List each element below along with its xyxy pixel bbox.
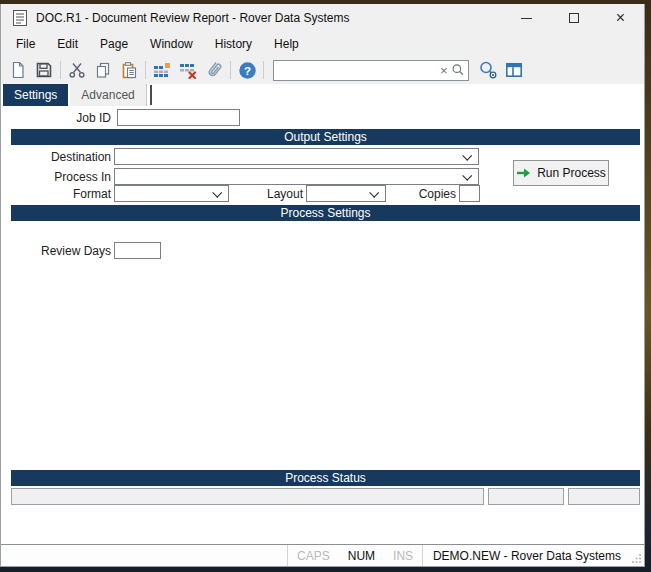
process-status-message-field [11, 488, 484, 505]
copy-button[interactable] [90, 58, 116, 82]
layout-icon [504, 61, 524, 79]
status-bar: CAPS NUM INS DEMO.NEW - Rover Data Syste… [1, 544, 644, 566]
new-document-icon [9, 61, 27, 79]
search-clear-icon[interactable]: × [437, 63, 451, 78]
copies-label: Copies [391, 187, 456, 201]
chevron-down-icon [462, 151, 472, 161]
chevron-down-icon [212, 188, 222, 198]
job-id-input[interactable] [117, 109, 240, 126]
close-icon: × [616, 9, 625, 27]
search-icon[interactable] [451, 62, 465, 78]
paste-icon [120, 61, 138, 79]
toolbar-separator [60, 61, 61, 79]
minimize-button[interactable] [503, 4, 550, 32]
caps-lock-indicator: CAPS [288, 549, 339, 563]
run-process-button[interactable]: Run Process [513, 160, 609, 186]
main-content: Settings Advanced Job ID Output Settings… [1, 84, 644, 544]
job-id-label: Job ID [1, 111, 111, 125]
menu-page[interactable]: Page [89, 34, 139, 54]
process-status-field-2 [488, 488, 564, 505]
delete-rows-icon [178, 61, 198, 79]
svg-text:?: ? [243, 64, 250, 76]
save-button[interactable] [31, 58, 57, 82]
process-status-header: Process Status [11, 470, 640, 486]
maximize-button[interactable] [550, 4, 597, 32]
menu-bar: File Edit Page Window History Help [1, 32, 644, 56]
minimize-icon [521, 18, 532, 19]
review-days-input[interactable] [114, 242, 161, 259]
title-bar[interactable]: DOC.R1 - Document Review Report - Rover … [1, 4, 644, 32]
toolbar-separator [263, 61, 264, 79]
help-icon: ? [238, 61, 257, 80]
cut-button[interactable] [64, 58, 90, 82]
save-icon [35, 61, 53, 79]
layout-dropdown[interactable] [306, 185, 386, 202]
attachment-button[interactable] [201, 58, 227, 82]
tab-advanced[interactable]: Advanced [70, 84, 146, 106]
cut-icon [68, 61, 86, 79]
insert-mode-indicator: INS [384, 549, 422, 563]
close-button[interactable]: × [597, 4, 644, 32]
insert-rows-icon [152, 61, 172, 79]
run-process-label: Run Process [537, 166, 606, 180]
layout-label: Layout [241, 187, 303, 201]
process-status-field-3 [568, 488, 640, 505]
delete-rows-button[interactable] [175, 58, 201, 82]
paste-button[interactable] [116, 58, 142, 82]
tab-strip-divider [150, 85, 152, 105]
format-label: Format [1, 187, 111, 201]
menu-window[interactable]: Window [139, 34, 204, 54]
menu-file[interactable]: File [5, 34, 46, 54]
resize-grip-icon [631, 553, 642, 564]
search-input[interactable] [274, 62, 437, 79]
account-context-label: DEMO.NEW - Rover Data Systems [423, 549, 631, 563]
copies-input[interactable] [459, 185, 480, 202]
toolbar-search: × [273, 60, 469, 81]
run-arrow-icon [516, 166, 531, 180]
layout-button[interactable] [501, 58, 527, 82]
tab-settings[interactable]: Settings [3, 84, 68, 106]
find-record-button[interactable] [475, 58, 501, 82]
tab-strip: Settings Advanced [3, 84, 152, 106]
chevron-down-icon [462, 171, 472, 181]
menu-history[interactable]: History [204, 34, 263, 54]
process-in-dropdown[interactable] [114, 168, 479, 185]
menu-edit[interactable]: Edit [46, 34, 89, 54]
resize-grip[interactable] [631, 545, 644, 566]
new-document-button[interactable] [5, 58, 31, 82]
output-settings-header: Output Settings [11, 129, 640, 145]
insert-rows-button[interactable] [149, 58, 175, 82]
find-record-icon [478, 60, 498, 80]
num-lock-indicator: NUM [339, 549, 384, 563]
destination-label: Destination [1, 150, 111, 164]
desktop-background: DOC.R1 - Document Review Report - Rover … [0, 0, 651, 572]
app-window: DOC.R1 - Document Review Report - Rover … [0, 4, 645, 567]
document-app-icon [13, 10, 27, 26]
window-title: DOC.R1 - Document Review Report - Rover … [36, 11, 349, 25]
help-button[interactable]: ? [234, 58, 260, 82]
toolbar: ? × [1, 56, 644, 84]
process-settings-header: Process Settings [11, 205, 640, 221]
copy-icon [94, 61, 112, 79]
chevron-down-icon [369, 188, 379, 198]
format-dropdown[interactable] [114, 185, 229, 202]
toolbar-separator [145, 61, 146, 79]
destination-dropdown[interactable] [114, 148, 479, 165]
menu-help[interactable]: Help [263, 34, 310, 54]
review-days-label: Review Days [1, 244, 111, 258]
paperclip-icon [204, 60, 224, 80]
maximize-icon [569, 13, 579, 23]
process-in-label: Process In [1, 170, 111, 184]
toolbar-separator [230, 61, 231, 79]
